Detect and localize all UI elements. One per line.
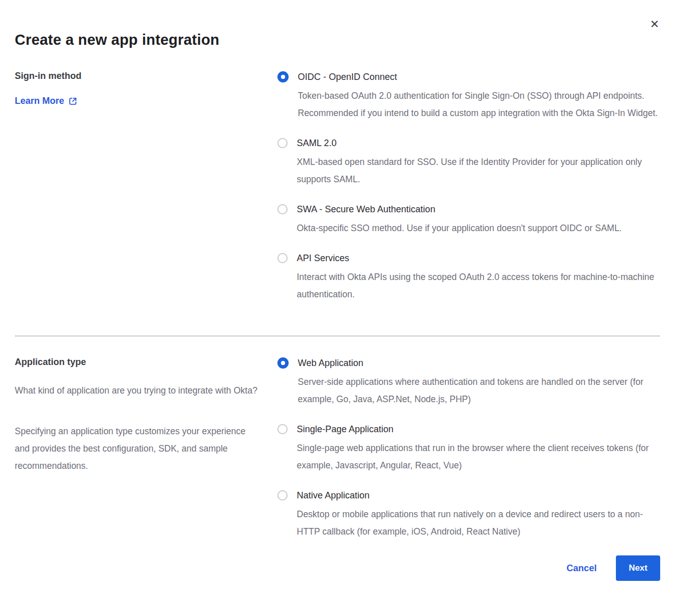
signin-options-group: OIDC - OpenID Connect Token-based OAuth … [277,71,660,303]
radio-option[interactable]: OIDC - OpenID Connect Token-based OAuth … [277,71,660,122]
create-app-integration-dialog: ✕ Create a new app integration Sign-in m… [0,0,678,616]
close-icon[interactable]: ✕ [648,18,661,31]
cancel-button[interactable]: Cancel [567,563,597,574]
radio-option-label[interactable]: SWA - Secure Web Authentication [297,203,622,215]
application-type-note: Specifying an application type customize… [15,423,259,474]
radio-option-label[interactable]: Native Application [297,489,659,501]
application-type-question: What kind of application are you trying … [15,382,259,399]
radio-option-description: Single-page web applications that run in… [297,439,659,474]
radio-option-label[interactable]: Single-Page Application [297,423,659,435]
radio-option-label[interactable]: Web Application [298,357,660,369]
learn-more-label: Learn More [15,96,64,106]
application-type-options-group: Web Application Server-side applications… [277,357,660,540]
radio-option-label[interactable]: API Services [297,252,659,264]
dialog-footer: Cancel Next [15,555,660,581]
radio-option-description: XML-based open standard for SSO. Use if … [297,153,659,188]
radio-option-description: Desktop or mobile applications that run … [297,506,659,540]
radio-button[interactable] [277,424,288,434]
radio-option-description: Okta-specific SSO method. Use if your ap… [297,219,622,237]
radio-option-description: Interact with Okta APIs using the scoped… [297,268,659,303]
radio-option-label[interactable]: SAML 2.0 [297,137,659,149]
signin-method-heading: Sign-in method [15,71,267,81]
radio-option-description: Token-based OAuth 2.0 authentication for… [298,87,660,122]
signin-method-section: Sign-in method Learn More OIDC - OpenID … [15,71,660,303]
radio-option[interactable]: Single-Page Application Single-page web … [277,423,660,474]
learn-more-link[interactable]: Learn More [15,96,77,106]
radio-button[interactable] [277,138,288,148]
radio-option[interactable]: SAML 2.0 XML-based open standard for SSO… [277,137,660,188]
radio-button[interactable] [277,253,288,263]
radio-option[interactable]: SWA - Secure Web Authentication Okta-spe… [277,203,660,237]
radio-button[interactable] [277,490,288,500]
radio-button[interactable] [277,71,289,82]
radio-option-description: Server-side applications where authentic… [298,373,660,408]
radio-button[interactable] [277,204,288,214]
section-divider [15,335,660,337]
radio-option-label[interactable]: OIDC - OpenID Connect [298,71,660,83]
radio-option[interactable]: Web Application Server-side applications… [277,357,660,408]
radio-option[interactable]: API Services Interact with Okta APIs usi… [277,252,660,303]
page-title: Create a new app integration [15,32,660,48]
external-link-icon [69,97,77,105]
application-type-heading: Application type [15,357,267,368]
next-button[interactable]: Next [616,555,660,581]
radio-button[interactable] [277,357,289,369]
application-type-section: Application type What kind of applicatio… [15,357,660,540]
radio-option[interactable]: Native Application Desktop or mobile app… [277,489,660,540]
